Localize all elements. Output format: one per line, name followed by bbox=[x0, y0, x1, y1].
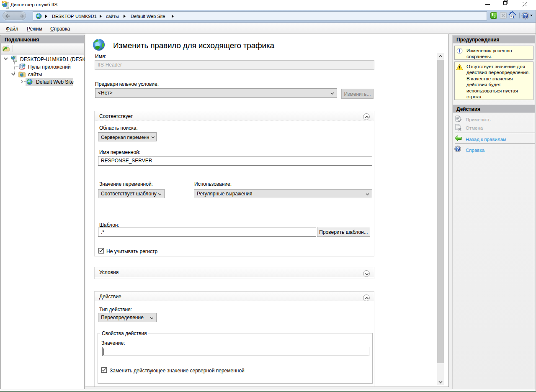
svg-text:?: ? bbox=[456, 146, 459, 151]
svg-text:?: ? bbox=[524, 13, 527, 19]
